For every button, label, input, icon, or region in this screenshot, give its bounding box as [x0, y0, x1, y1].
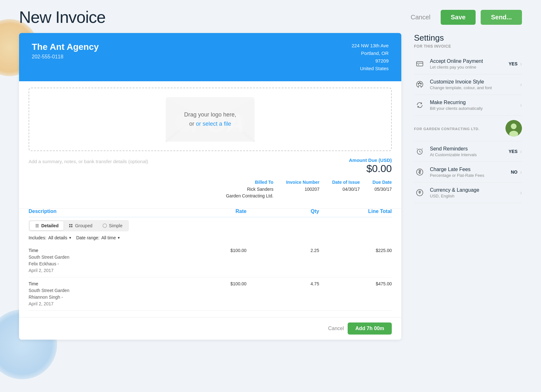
- date-dropdown-arrow: ▾: [118, 236, 120, 240]
- settings-item-send-reminders[interactable]: Send Reminders At Customizable Intervals…: [414, 141, 522, 162]
- invoice-number-section: Invoice Number 100207: [286, 180, 319, 199]
- tab-grouped[interactable]: Grouped: [63, 221, 97, 230]
- item-1-desc: Time South Street Garden Felix Eckhaus -…: [29, 247, 174, 274]
- item-1-rate: $100.00: [174, 247, 247, 253]
- settings-currency-subtitle: USD, English: [430, 194, 520, 198]
- address-line3: 97209: [352, 57, 389, 65]
- settings-online-payment-text: Accept Online Payment Let clients pay yo…: [430, 58, 509, 70]
- save-button[interactable]: Save: [441, 10, 476, 25]
- item-1-date: April 2, 2017: [29, 267, 174, 274]
- recurring-chevron: ›: [520, 102, 522, 109]
- notes-placeholder[interactable]: Add a summary, notes, or bank transfer d…: [29, 157, 148, 164]
- settings-online-payment-title: Accept Online Payment: [430, 58, 509, 64]
- simple-radio-icon: [103, 223, 107, 228]
- line-item-row: Time South Street Garden Rhiannon Singh …: [29, 277, 392, 311]
- item-2-rate: $100.00: [174, 281, 247, 286]
- reminders-badge: YES: [509, 149, 518, 154]
- item-2-total: $475.00: [319, 281, 392, 286]
- includes-dropdown-arrow: ▾: [69, 236, 71, 240]
- amount-value: $0.00: [349, 163, 392, 175]
- item-1-qty: 2.25: [246, 247, 319, 253]
- cancel-header-button[interactable]: Cancel: [405, 11, 435, 23]
- item-2-project: South Street Garden: [29, 287, 174, 294]
- col-total-header: Line Total: [319, 209, 392, 214]
- settings-customize-text: Customize Invoice Style Change template,…: [430, 79, 520, 90]
- notes-amount-row: Add a summary, notes, or bank transfer d…: [19, 157, 401, 180]
- dollar-circle-icon: [414, 166, 425, 178]
- settings-late-fees-title: Charge Late Fees: [430, 167, 511, 172]
- client-avatar: [505, 120, 522, 136]
- svg-rect-13: [71, 226, 72, 227]
- cancel-bottom-button[interactable]: Cancel: [328, 326, 344, 331]
- item-2-qty: 4.75: [246, 281, 319, 286]
- logo-drop-text: Drag your logo here, or or select a file: [184, 110, 236, 129]
- settings-recurring-subtitle: Bill your clients automatically: [430, 106, 520, 111]
- add-time-button[interactable]: Add 7h 00m: [348, 322, 392, 335]
- tab-detailed[interactable]: Detailed: [30, 221, 63, 230]
- settings-customize-subtitle: Change template, colour, and font: [430, 85, 520, 90]
- item-1-person: Felix Eckhaus -: [29, 261, 174, 267]
- item-1-type: Time: [29, 247, 174, 254]
- item-2-date: April 2, 2017: [29, 301, 174, 307]
- tab-simple[interactable]: Simple: [97, 221, 128, 230]
- due-date-section: Due Date 05/30/17: [372, 180, 392, 199]
- settings-item-customize-style[interactable]: Customize Invoice Style Change template,…: [414, 74, 522, 95]
- address-line1: 224 NW 13th Ave: [352, 42, 389, 50]
- select-file-link[interactable]: or select a file: [196, 121, 231, 127]
- settings-reminders-text: Send Reminders At Customizable Intervals: [430, 146, 509, 157]
- palette-icon: [414, 79, 425, 90]
- view-tab-selector: Detailed Grouped Simple: [29, 220, 129, 231]
- settings-reminders-title: Send Reminders: [430, 146, 509, 152]
- amount-label: Amount Due (USD): [349, 157, 392, 163]
- date-of-issue-section: Date of Issue 04/30/17: [332, 180, 360, 199]
- item-2-type: Time: [29, 281, 174, 287]
- svg-rect-10: [69, 224, 70, 225]
- svg-rect-14: [417, 62, 423, 66]
- logo-drop-area[interactable]: FOA Drag your logo here, or or select a …: [29, 88, 392, 151]
- svg-point-17: [418, 83, 419, 84]
- company-phone: 202-555-0118: [32, 54, 99, 60]
- invoice-number-label: Invoice Number: [286, 180, 319, 185]
- line-items-section: Description Rate Qty Line Total Detailed: [19, 209, 401, 317]
- reminders-chevron: ›: [520, 148, 522, 155]
- send-button[interactable]: Send...: [481, 10, 522, 25]
- settings-recurring-text: Make Recurring Bill your clients automat…: [430, 100, 520, 111]
- date-range-filter[interactable]: Date range: All time ▾: [76, 235, 120, 240]
- col-description-header: Description: [29, 209, 174, 214]
- late-fees-chevron: ›: [520, 169, 522, 176]
- settings-title: Settings: [414, 33, 522, 43]
- settings-recurring-title: Make Recurring: [430, 100, 520, 105]
- due-date: 05/30/17: [372, 186, 392, 193]
- credit-card-icon: [414, 58, 425, 70]
- invoice-number: 100207: [286, 186, 319, 193]
- address-line4: United States: [352, 65, 389, 72]
- includes-filter[interactable]: Includes: All details ▾: [29, 235, 71, 240]
- settings-item-late-fees[interactable]: Charge Late Fees Percentage or Flat-Rate…: [414, 162, 522, 183]
- item-1-project: South Street Garden: [29, 254, 174, 261]
- billed-to-section: Billed To Rick Sanders Garden Contractin…: [226, 180, 273, 199]
- settings-online-payment-subtitle: Let clients pay you online: [430, 65, 509, 70]
- settings-currency-text: Currency & Language USD, English: [430, 187, 520, 198]
- settings-item-currency[interactable]: Currency & Language USD, English ›: [414, 183, 522, 203]
- invoice-panel: The Ant Agency 202-555-0118 224 NW 13th …: [19, 33, 401, 340]
- line-items-header: Description Rate Qty Line Total: [29, 209, 392, 217]
- amount-section: Amount Due (USD) $0.00: [349, 157, 392, 175]
- recurring-icon: [414, 99, 425, 111]
- billed-to-label: Billed To: [226, 180, 273, 185]
- date-range-value: All time: [101, 235, 116, 240]
- svg-rect-11: [71, 224, 72, 225]
- settings-item-online-payment[interactable]: Accept Online Payment Let clients pay yo…: [414, 54, 522, 74]
- client-avatar-image: [505, 120, 522, 136]
- alarm-icon: [414, 146, 425, 157]
- late-fees-badge: NO: [511, 169, 518, 175]
- page-title: New Invoice: [19, 8, 399, 27]
- settings-item-make-recurring[interactable]: Make Recurring Bill your clients automat…: [414, 95, 522, 116]
- item-2-person: Rhiannon Singh -: [29, 294, 174, 301]
- settings-customize-title: Customize Invoice Style: [430, 79, 520, 85]
- company-name: The Ant Agency: [32, 42, 99, 52]
- tab-detailed-label: Detailed: [41, 223, 58, 228]
- settings-subtitle: FOR THIS INVOICE: [414, 44, 522, 49]
- col-qty-header: Qty: [246, 209, 319, 214]
- line-item-row: Time South Street Garden Felix Eckhaus -…: [29, 244, 392, 277]
- svg-point-19: [421, 83, 422, 84]
